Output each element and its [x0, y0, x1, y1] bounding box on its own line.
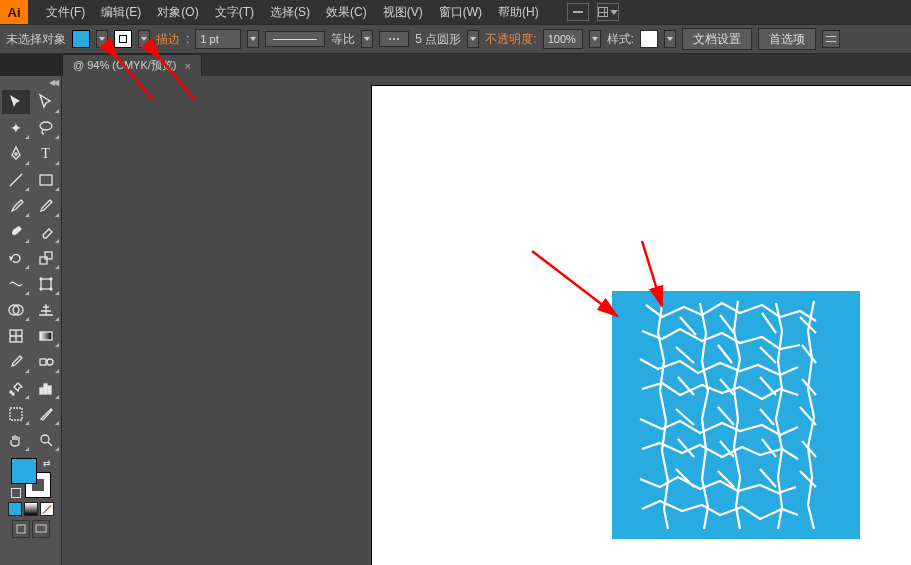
menu-window[interactable]: 窗口(W) — [431, 4, 490, 21]
width-tool[interactable] — [2, 272, 30, 296]
menu-file[interactable]: 文件(F) — [38, 4, 93, 21]
opacity-dropdown[interactable] — [589, 30, 601, 48]
brush-dropdown[interactable] — [467, 30, 479, 48]
document-setup-button[interactable]: 文档设置 — [682, 28, 752, 50]
color-mode-none[interactable] — [40, 502, 54, 516]
svg-rect-20 — [44, 384, 47, 394]
svg-rect-3 — [40, 175, 52, 185]
arrange-documents-icon[interactable] — [597, 3, 619, 21]
swap-fill-stroke-icon[interactable]: ⇄ — [43, 458, 51, 468]
svg-rect-14 — [40, 332, 52, 340]
svg-point-23 — [41, 435, 49, 443]
brush-label: 5 点圆形 — [415, 31, 461, 48]
screen-mode-row — [12, 520, 50, 538]
document-tab-bar: @ 94% (CMYK/预览) × — [0, 54, 911, 76]
magic-wand-tool[interactable]: ✦ — [2, 116, 30, 140]
blend-tool[interactable] — [32, 350, 60, 374]
fill-dropdown[interactable] — [96, 30, 108, 48]
lasso-tool[interactable] — [32, 116, 60, 140]
screen-mode-icon[interactable] — [32, 520, 50, 538]
stroke-label[interactable]: 描边 — [156, 31, 180, 48]
stroke-weight-field[interactable]: 1 pt — [195, 29, 241, 49]
close-tab-icon[interactable]: × — [184, 60, 190, 72]
svg-rect-26 — [36, 525, 46, 532]
scale-tool[interactable] — [32, 246, 60, 270]
svg-rect-5 — [45, 252, 52, 259]
menu-type[interactable]: 文字(T) — [207, 4, 262, 21]
artwork-cell-pattern — [612, 291, 860, 539]
line-tool[interactable] — [2, 168, 30, 192]
fill-stroke-indicator[interactable]: ⇄ — [11, 458, 51, 498]
svg-rect-15 — [40, 359, 46, 365]
stroke-weight-dropdown[interactable] — [247, 30, 259, 48]
svg-point-16 — [47, 359, 53, 365]
opacity-field[interactable]: 100% — [543, 29, 583, 49]
svg-rect-4 — [40, 257, 47, 264]
svg-rect-25 — [17, 525, 25, 533]
eyedropper-tool[interactable] — [2, 350, 30, 374]
svg-point-18 — [12, 393, 14, 395]
fill-indicator[interactable] — [11, 458, 37, 484]
symbol-sprayer-tool[interactable] — [2, 376, 30, 400]
type-tool[interactable]: T — [32, 142, 60, 166]
essentials-icon[interactable] — [567, 3, 589, 21]
selection-tool[interactable] — [2, 90, 30, 114]
eraser-tool[interactable] — [32, 220, 60, 244]
workspace: ◀◀ ✦ T — [0, 76, 911, 565]
slice-tool[interactable] — [32, 402, 60, 426]
direct-selection-tool[interactable] — [32, 90, 60, 114]
opacity-label[interactable]: 不透明度: — [485, 31, 536, 48]
tools-panel: ◀◀ ✦ T — [0, 76, 62, 565]
perspective-grid-tool[interactable] — [32, 298, 60, 322]
menu-select[interactable]: 选择(S) — [262, 4, 318, 21]
rectangle-tool[interactable] — [32, 168, 60, 192]
stroke-profile[interactable] — [265, 31, 325, 47]
control-menu-icon[interactable] — [822, 30, 840, 48]
color-mode-gradient[interactable] — [24, 502, 38, 516]
menu-view[interactable]: 视图(V) — [375, 4, 431, 21]
svg-rect-22 — [10, 408, 22, 420]
svg-point-7 — [40, 278, 42, 280]
stroke-dropdown[interactable] — [138, 30, 150, 48]
tools-panel-grip[interactable]: ◀◀ — [0, 78, 61, 90]
column-graph-tool[interactable] — [32, 376, 60, 400]
svg-point-8 — [50, 278, 52, 280]
blob-brush-tool[interactable] — [2, 220, 30, 244]
preferences-button[interactable]: 首选项 — [758, 28, 816, 50]
svg-rect-6 — [41, 279, 51, 289]
canvas[interactable] — [62, 76, 911, 565]
menu-edit[interactable]: 编辑(E) — [93, 4, 149, 21]
style-label: 样式: — [607, 31, 634, 48]
default-fill-stroke-icon[interactable] — [11, 488, 21, 498]
menu-effect[interactable]: 效果(C) — [318, 4, 375, 21]
zoom-tool[interactable] — [32, 428, 60, 452]
gradient-tool[interactable] — [32, 324, 60, 348]
free-transform-tool[interactable] — [32, 272, 60, 296]
color-mode-solid[interactable] — [8, 502, 22, 516]
artboard-tool[interactable] — [2, 402, 30, 426]
brush-preview[interactable] — [379, 31, 409, 47]
fill-swatch[interactable] — [72, 30, 90, 48]
stroke-swatch[interactable] — [114, 30, 132, 48]
menu-object[interactable]: 对象(O) — [149, 4, 206, 21]
svg-point-10 — [50, 288, 52, 290]
svg-point-1 — [15, 153, 17, 155]
style-swatch[interactable] — [640, 30, 658, 48]
style-dropdown[interactable] — [664, 30, 676, 48]
menu-help[interactable]: 帮助(H) — [490, 4, 547, 21]
svg-line-24 — [48, 442, 52, 446]
shape-builder-tool[interactable] — [2, 298, 30, 322]
hand-tool[interactable] — [2, 428, 30, 452]
profile-dropdown[interactable] — [361, 30, 373, 48]
pencil-tool[interactable] — [32, 194, 60, 218]
app-logo: Ai — [0, 0, 28, 24]
menu-bar: Ai 文件(F) 编辑(E) 对象(O) 文字(T) 选择(S) 效果(C) 视… — [0, 0, 911, 24]
draw-mode-icon[interactable] — [12, 520, 30, 538]
svg-line-27 — [532, 251, 617, 316]
document-tab[interactable]: @ 94% (CMYK/预览) × — [62, 54, 202, 76]
control-bar: 未选择对象 描边: 1 pt 等比 5 点圆形 不透明度: 100% 样式: 文… — [0, 24, 911, 54]
mesh-tool[interactable] — [2, 324, 30, 348]
rotate-tool[interactable] — [2, 246, 30, 270]
pen-tool[interactable] — [2, 142, 30, 166]
paintbrush-tool[interactable] — [2, 194, 30, 218]
